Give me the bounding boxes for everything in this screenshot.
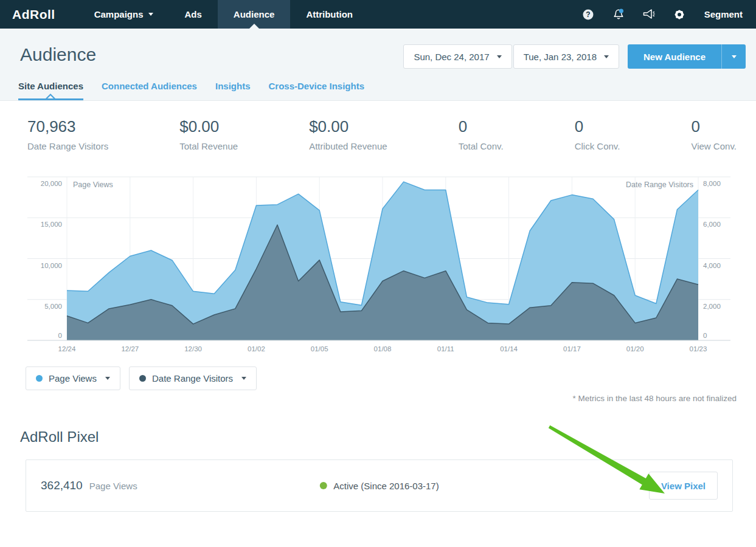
- stat-value: 0: [459, 117, 504, 136]
- stat-attributed-revenue: $0.00 Attributed Revenue: [309, 117, 387, 151]
- svg-text:12/24: 12/24: [58, 345, 76, 353]
- help-icon[interactable]: ?: [581, 8, 595, 21]
- start-date-value: Sun, Dec 24, 2017: [414, 52, 489, 62]
- stat-value: $0.00: [179, 117, 238, 136]
- top-navbar: AdRoll Campaigns Ads Audience Attributio…: [0, 0, 756, 29]
- svg-text:?: ?: [586, 10, 590, 19]
- chevron-down-icon: [497, 55, 502, 58]
- stat-label: Total Revenue: [179, 141, 238, 151]
- stat-total-conv: 0 Total Conv.: [459, 117, 504, 151]
- chevron-down-icon: [732, 55, 737, 58]
- nav-item-label: Audience: [234, 9, 275, 19]
- adroll-logo[interactable]: AdRoll: [0, 0, 78, 29]
- view-pixel-button[interactable]: View Pixel: [649, 472, 718, 500]
- end-date-value: Tue, Jan 23, 2018: [524, 52, 597, 62]
- svg-text:15,000: 15,000: [41, 221, 62, 228]
- segment-menu[interactable]: Segment: [695, 9, 756, 19]
- chart-section: 20,0008,00015,0006,00010,0004,0005,0002,…: [12, 172, 756, 358]
- stat-value: 70,963: [27, 117, 108, 136]
- legend-label: Page Views: [49, 373, 97, 384]
- nav-item-ads[interactable]: Ads: [169, 0, 218, 29]
- svg-text:10,000: 10,000: [41, 262, 62, 269]
- stat-label: Total Conv.: [459, 141, 504, 151]
- stat-label: View Conv.: [691, 141, 736, 151]
- date-range-visitors-color-dot: [139, 375, 146, 382]
- pixel-status: Active (Since 2016-03-17): [319, 481, 439, 491]
- status-text: Active (Since 2016-03-17): [333, 481, 439, 491]
- chevron-down-icon: [148, 13, 153, 16]
- svg-text:01/14: 01/14: [500, 345, 518, 353]
- svg-text:4,000: 4,000: [703, 262, 721, 269]
- svg-text:01/23: 01/23: [690, 345, 707, 353]
- stat-value: 0: [575, 117, 620, 136]
- svg-text:01/17: 01/17: [563, 345, 581, 353]
- settings-gear-icon[interactable]: [673, 8, 686, 21]
- svg-text:0: 0: [58, 332, 62, 339]
- nav-item-label: Attribution: [306, 9, 353, 19]
- stat-label: Attributed Revenue: [309, 141, 387, 151]
- stat-label: Date Range Visitors: [27, 141, 108, 151]
- svg-text:2,000: 2,000: [703, 303, 721, 310]
- stat-date-range-visitors: 70,963 Date Range Visitors: [27, 117, 108, 151]
- new-audience-dropdown-button[interactable]: [721, 44, 746, 69]
- stat-value: 0: [691, 117, 736, 136]
- stat-value: $0.00: [309, 117, 387, 136]
- svg-text:5,000: 5,000: [44, 303, 62, 310]
- chevron-down-icon: [604, 55, 609, 58]
- nav-item-audience[interactable]: Audience: [218, 0, 291, 29]
- primary-nav: Campaigns Ads Audience Attribution: [78, 0, 369, 29]
- svg-text:01/02: 01/02: [248, 345, 265, 353]
- end-date-picker[interactable]: Tue, Jan 23, 2018: [513, 44, 619, 69]
- nav-item-label: Campaigns: [94, 9, 144, 19]
- svg-text:01/05: 01/05: [311, 345, 328, 353]
- svg-text:01/20: 01/20: [626, 345, 644, 353]
- adroll-pixel-heading: AdRoll Pixel: [20, 428, 756, 446]
- legend-page-views-dropdown[interactable]: Page Views: [26, 366, 120, 390]
- nav-item-campaigns[interactable]: Campaigns: [78, 0, 169, 29]
- metrics-footnote: * Metrics in the last 48 hours are not f…: [0, 394, 756, 403]
- start-date-picker[interactable]: Sun, Dec 24, 2017: [403, 44, 512, 69]
- svg-text:6,000: 6,000: [703, 221, 721, 228]
- chevron-down-icon: [241, 377, 246, 380]
- tab-connected-audiences[interactable]: Connected Audiences: [102, 81, 197, 100]
- svg-text:01/08: 01/08: [374, 345, 392, 353]
- stat-view-conv: 0 View Conv.: [691, 117, 736, 151]
- svg-text:20,000: 20,000: [41, 180, 62, 187]
- tab-insights[interactable]: Insights: [215, 81, 251, 100]
- adroll-pixel-card: 362,410 Page Views Active (Since 2016-03…: [26, 459, 733, 512]
- audience-activity-chart: 20,0008,00015,0006,00010,0004,0005,0002,…: [12, 172, 744, 356]
- audience-tabs: Site Audiences Connected Audiences Insig…: [18, 81, 756, 100]
- summary-stats-row: 70,963 Date Range Visitors $0.00 Total R…: [0, 101, 756, 151]
- svg-text:Page Views: Page Views: [73, 181, 113, 189]
- svg-text:01/11: 01/11: [437, 345, 454, 353]
- status-dot: [319, 482, 327, 489]
- page-header: Audience Sun, Dec 24, 2017 Tue, Jan 23, …: [0, 29, 756, 101]
- pixel-page-views-label: Page Views: [89, 481, 137, 491]
- svg-text:12/30: 12/30: [184, 345, 202, 353]
- svg-text:Date Range Visitors: Date Range Visitors: [626, 181, 693, 189]
- stat-click-conv: 0 Click Conv.: [575, 117, 620, 151]
- tab-cross-device-insights[interactable]: Cross-Device Insights: [268, 81, 364, 100]
- tab-site-audiences[interactable]: Site Audiences: [18, 81, 83, 100]
- new-audience-button[interactable]: New Audience: [628, 44, 721, 69]
- notifications-bell-icon[interactable]: [612, 8, 625, 21]
- navbar-utilities: ? Segment: [573, 0, 756, 29]
- stat-total-revenue: $0.00 Total Revenue: [179, 117, 238, 151]
- announcements-megaphone-icon[interactable]: [642, 8, 656, 21]
- nav-item-label: Ads: [185, 9, 202, 19]
- svg-text:8,000: 8,000: [703, 180, 721, 187]
- page-views-color-dot: [36, 375, 43, 382]
- pixel-page-views-value: 362,410: [41, 479, 83, 492]
- legend-label: Date Range Visitors: [152, 373, 233, 384]
- nav-item-attribution[interactable]: Attribution: [290, 0, 369, 29]
- chart-legend: Page Views Date Range Visitors: [26, 366, 756, 390]
- legend-date-range-visitors-dropdown[interactable]: Date Range Visitors: [129, 366, 257, 390]
- stat-label: Click Conv.: [575, 141, 620, 151]
- new-audience-split-button: New Audience: [628, 44, 746, 69]
- chevron-down-icon: [105, 377, 110, 380]
- svg-text:12/27: 12/27: [121, 345, 139, 353]
- header-controls: Sun, Dec 24, 2017 Tue, Jan 23, 2018 New …: [403, 44, 746, 69]
- svg-text:0: 0: [703, 332, 707, 339]
